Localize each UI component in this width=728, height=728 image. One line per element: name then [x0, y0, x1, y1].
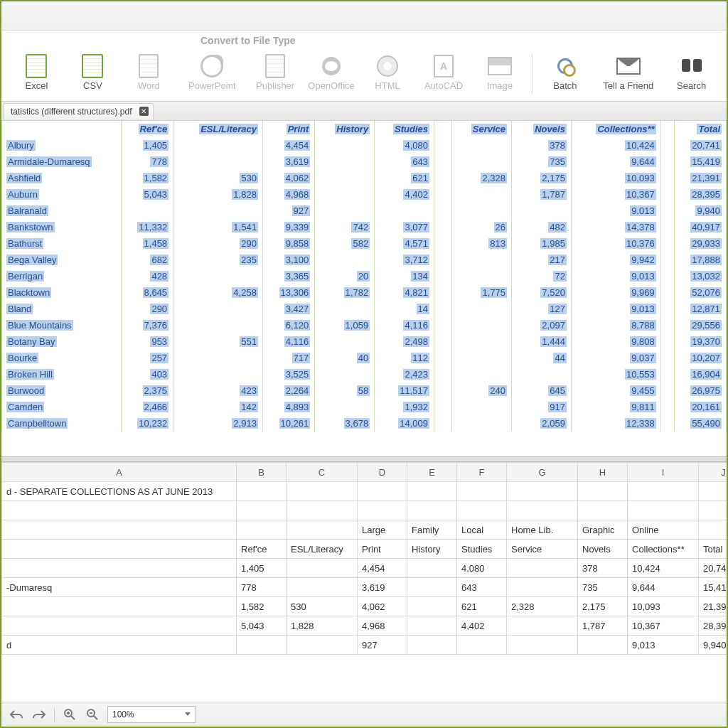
sheet-cell[interactable]: 643 — [457, 578, 507, 597]
sheet-cell[interactable]: 4,080 — [457, 559, 507, 578]
sheet-cell[interactable]: 1,787 — [578, 616, 628, 636]
sheet-cell[interactable]: Studies — [457, 540, 507, 559]
sheet-cell[interactable] — [457, 482, 507, 501]
sheet-cell[interactable]: 10,424 — [628, 559, 699, 578]
sheet-cell[interactable] — [457, 501, 507, 520]
column-header[interactable]: A — [2, 463, 237, 482]
undo-icon[interactable] — [9, 707, 24, 722]
sheet-cell[interactable]: 927 — [358, 636, 407, 655]
sheet-cell[interactable] — [507, 616, 578, 636]
sheet-cell[interactable]: 530 — [287, 597, 358, 616]
sheet-cell[interactable] — [407, 482, 457, 501]
sheet-cell[interactable]: Collections** — [628, 540, 699, 559]
sheet-cell[interactable] — [407, 559, 457, 578]
sheet-cell[interactable] — [407, 597, 457, 616]
spreadsheet-pane[interactable]: ABCDEFGHIJ d - SEPARATE COLLECTIONS AS A… — [1, 462, 727, 702]
sheet-cell[interactable] — [2, 520, 237, 540]
sheet-cell[interactable]: 778 — [237, 578, 287, 597]
column-header[interactable]: H — [578, 463, 628, 482]
sheet-cell[interactable] — [287, 636, 358, 655]
column-header[interactable]: G — [507, 463, 578, 482]
sheet-cell[interactable] — [358, 482, 407, 501]
zoom-out-icon[interactable] — [85, 707, 100, 722]
sheet-cell[interactable] — [457, 636, 507, 655]
sheet-cell[interactable]: Local — [457, 520, 507, 540]
column-header[interactable]: F — [457, 463, 507, 482]
sheet-cell[interactable]: 1,405 — [237, 559, 287, 578]
sheet-cell[interactable]: 9,013 — [628, 636, 699, 655]
sheet-cell[interactable]: 2,175 — [578, 597, 628, 616]
sheet-cell[interactable]: 378 — [578, 559, 628, 578]
sheet-cell[interactable] — [699, 482, 727, 501]
column-header[interactable]: C — [287, 463, 358, 482]
sheet-cell[interactable]: 5,043 — [237, 616, 287, 636]
sheet-cell[interactable] — [699, 520, 727, 540]
sheet-cell[interactable]: 10,367 — [628, 616, 699, 636]
ribbon-tell-button[interactable]: Tell a Friend — [593, 52, 663, 94]
zoom-in-icon[interactable] — [62, 707, 77, 722]
sheet-cell[interactable] — [287, 482, 358, 501]
sheet-cell[interactable] — [407, 501, 457, 520]
sheet-cell[interactable]: 4,402 — [457, 616, 507, 636]
sheet-cell[interactable]: 621 — [457, 597, 507, 616]
sheet-cell[interactable]: 9,644 — [628, 578, 699, 597]
sheet-cell[interactable]: Online — [628, 520, 699, 540]
sheet-cell[interactable] — [237, 636, 287, 655]
sheet-cell[interactable]: 1,582 — [237, 597, 287, 616]
sheet-cell[interactable]: Home Lib. — [507, 520, 578, 540]
sheet-cell[interactable]: History — [407, 540, 457, 559]
sheet-cell[interactable] — [287, 501, 358, 520]
sheet-cell[interactable] — [2, 501, 237, 520]
sheet-cell[interactable]: d - SEPARATE COLLECTIONS AS AT JUNE 2013 — [2, 482, 237, 501]
sheet-cell[interactable] — [287, 520, 358, 540]
sheet-cell[interactable] — [628, 501, 699, 520]
sheet-cell[interactable]: Print — [358, 540, 407, 559]
sheet-cell[interactable]: 9,940 — [699, 636, 727, 655]
sheet-cell[interactable] — [287, 578, 358, 597]
pane-splitter[interactable] — [1, 456, 727, 462]
sheet-cell[interactable]: Family — [407, 520, 457, 540]
sheet-cell[interactable]: 15,419 — [699, 578, 727, 597]
sheet-cell[interactable]: -Dumaresq — [2, 578, 237, 597]
sheet-cell[interactable] — [2, 597, 237, 616]
sheet-cell[interactable]: 20,741 — [699, 559, 727, 578]
sheet-cell[interactable]: 3,619 — [358, 578, 407, 597]
sheet-cell[interactable] — [578, 482, 628, 501]
sheet-cell[interactable]: Large — [358, 520, 407, 540]
sheet-cell[interactable]: Total — [699, 540, 727, 559]
sheet-cell[interactable]: 735 — [578, 578, 628, 597]
column-header[interactable]: I — [628, 463, 699, 482]
sheet-cell[interactable]: 1,828 — [287, 616, 358, 636]
column-header[interactable]: J — [699, 463, 727, 482]
sheet-cell[interactable]: 4,454 — [358, 559, 407, 578]
sheet-cell[interactable]: 28,395 — [699, 616, 727, 636]
sheet-cell[interactable] — [507, 501, 578, 520]
sheet-cell[interactable]: 21,391 — [699, 597, 727, 616]
sheet-cell[interactable]: 2,328 — [507, 597, 578, 616]
column-header[interactable]: B — [237, 463, 287, 482]
sheet-cell[interactable] — [578, 501, 628, 520]
sheet-cell[interactable]: Service — [507, 540, 578, 559]
sheet-cell[interactable] — [507, 578, 578, 597]
sheet-cell[interactable] — [2, 616, 237, 636]
sheet-cell[interactable]: 10,093 — [628, 597, 699, 616]
redo-icon[interactable] — [31, 707, 47, 722]
sheet-cell[interactable] — [287, 559, 358, 578]
close-tab-icon[interactable]: ✕ — [139, 107, 149, 116]
sheet-cell[interactable] — [628, 482, 699, 501]
ribbon-excel-button[interactable]: Excel — [9, 52, 65, 94]
sheet-cell[interactable] — [407, 578, 457, 597]
document-tab[interactable]: tatistics (different structures).pdf ✕ — [3, 103, 154, 119]
sheet-cell[interactable] — [407, 636, 457, 655]
ribbon-batch-button[interactable]: Batch — [537, 52, 593, 94]
column-header[interactable]: E — [407, 463, 457, 482]
sheet-cell[interactable]: 4,062 — [358, 597, 407, 616]
sheet-cell[interactable] — [507, 636, 578, 655]
sheet-cell[interactable] — [699, 501, 727, 520]
sheet-cell[interactable]: Novels — [578, 540, 628, 559]
zoom-dropdown[interactable]: 100% — [107, 706, 196, 723]
sheet-cell[interactable] — [578, 636, 628, 655]
sheet-cell[interactable] — [237, 482, 287, 501]
column-header[interactable]: D — [358, 463, 407, 482]
ribbon-search-button[interactable]: Search — [663, 52, 719, 94]
